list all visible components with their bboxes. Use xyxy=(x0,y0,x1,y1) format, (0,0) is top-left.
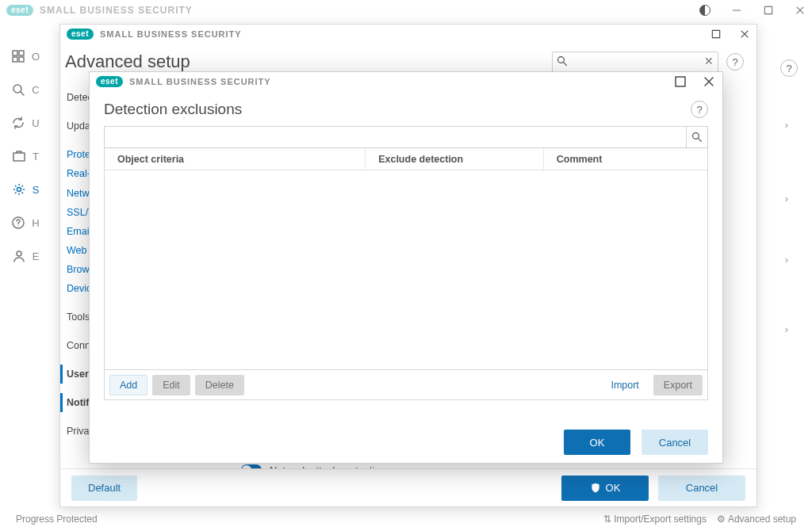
maximize-icon[interactable] xyxy=(710,29,722,40)
sidebar-item[interactable]: C xyxy=(11,82,39,97)
ok-button[interactable]: OK xyxy=(561,476,649,501)
svg-line-9 xyxy=(21,92,24,95)
svg-rect-10 xyxy=(13,153,25,161)
sidebar-item-label: C xyxy=(32,84,39,96)
adv-footer: Default OK Cancel xyxy=(60,468,756,506)
maximize-icon[interactable] xyxy=(763,5,774,16)
logo-pill: eset xyxy=(67,29,94,40)
chevron-right-icon[interactable]: › xyxy=(785,119,788,131)
sidebar-item-label: E xyxy=(33,250,40,262)
sidebar-item[interactable]: H xyxy=(11,216,39,230)
close-icon[interactable] xyxy=(795,5,806,16)
minimize-icon[interactable] xyxy=(731,5,742,16)
grid-rows[interactable] xyxy=(105,170,707,369)
import-button[interactable]: Import xyxy=(601,375,648,395)
add-button[interactable]: Add xyxy=(109,375,147,395)
sidebar-item-label: S xyxy=(33,184,40,196)
main-titlebar: eset SMALL BUSINESS SECURITY xyxy=(0,0,812,21)
col-exclude-detection[interactable]: Exclude detection xyxy=(366,148,544,170)
close-icon[interactable] xyxy=(702,74,716,89)
clear-icon[interactable]: ✕ xyxy=(704,55,714,67)
svg-rect-7 xyxy=(19,57,24,62)
help-icon xyxy=(11,216,25,230)
default-button[interactable]: Default xyxy=(71,476,137,501)
maximize-icon[interactable] xyxy=(673,74,688,89)
grid-header: Object criteria Exclude detection Commen… xyxy=(105,148,707,170)
grid-actions: Add Edit Delete Import Export xyxy=(104,370,708,400)
window-controls xyxy=(699,5,806,16)
sidebar-item-label: O xyxy=(32,51,40,63)
sidebar-item[interactable]: E xyxy=(12,249,40,263)
delete-button: Delete xyxy=(195,375,244,395)
svg-rect-4 xyxy=(13,51,17,55)
user-icon xyxy=(12,249,26,263)
svg-rect-1 xyxy=(764,6,772,13)
search-input[interactable] xyxy=(552,52,718,72)
svg-rect-5 xyxy=(19,51,24,55)
import-export-link[interactable]: ⇅ Import/Export settings xyxy=(603,514,707,525)
ok-button[interactable]: OK xyxy=(564,430,630,455)
svg-point-11 xyxy=(17,188,21,192)
svg-rect-20 xyxy=(676,77,685,86)
exclusions-search xyxy=(104,126,708,148)
adv-titlebar: eset SMALL BUSINESS SECURITY xyxy=(60,25,756,44)
product-name: SMALL BUSINESS SECURITY xyxy=(129,77,271,86)
edit-button: Edit xyxy=(152,375,190,395)
help-icon[interactable]: ? xyxy=(726,53,744,71)
svg-line-24 xyxy=(699,139,702,142)
sidebar-item[interactable]: O xyxy=(11,49,40,63)
sidebar-item[interactable]: T xyxy=(12,149,39,163)
chevron-right-icon[interactable]: › xyxy=(785,193,788,204)
tools-icon xyxy=(12,149,26,163)
dlg-header: Detection exclusions ? xyxy=(90,91,722,126)
status-text: Progress Protected xyxy=(16,514,98,525)
exclusions-grid: Object criteria Exclude detection Commen… xyxy=(104,148,708,370)
logo-pill: eset xyxy=(96,76,123,87)
chevron-right-icon[interactable]: › xyxy=(785,254,788,266)
product-name: SMALL BUSINESS SECURITY xyxy=(40,5,193,16)
help-icon[interactable]: ? xyxy=(780,59,798,77)
cancel-button[interactable]: Cancel xyxy=(658,476,745,501)
svg-point-13 xyxy=(18,225,19,226)
sidebar-item-label: H xyxy=(32,217,39,229)
search-button[interactable] xyxy=(686,126,708,148)
contrast-icon[interactable] xyxy=(699,5,710,16)
dialog-title: Detection exclusions xyxy=(104,101,691,118)
sidebar-item[interactable]: S xyxy=(12,182,40,197)
logo-pill: eset xyxy=(6,5,33,16)
advanced-setup-link[interactable]: ⚙ Advanced setup xyxy=(717,514,796,525)
cancel-button[interactable]: Cancel xyxy=(642,430,708,455)
update-icon xyxy=(11,116,25,130)
dlg-body: Object criteria Exclude detection Commen… xyxy=(90,126,722,400)
help-icon[interactable]: ? xyxy=(691,101,708,118)
export-button: Export xyxy=(653,375,703,395)
svg-rect-15 xyxy=(712,30,719,37)
svg-point-14 xyxy=(17,251,21,256)
sidebar-item-label: U xyxy=(32,117,39,129)
svg-rect-6 xyxy=(13,57,17,62)
close-icon[interactable] xyxy=(739,29,750,40)
col-object-criteria[interactable]: Object criteria xyxy=(105,148,366,170)
sidebar-item[interactable]: U xyxy=(11,116,39,130)
adv-search: ✕ xyxy=(552,52,718,72)
sidebar-item-label: T xyxy=(33,151,39,162)
window-controls xyxy=(710,29,750,40)
dlg-titlebar: eset SMALL BUSINESS SECURITY xyxy=(90,72,722,91)
dlg-footer: OK Cancel xyxy=(90,422,722,463)
search-icon xyxy=(557,55,568,67)
gear-icon xyxy=(12,182,26,197)
svg-line-19 xyxy=(564,63,567,66)
search-icon xyxy=(11,82,25,97)
page-title: Advanced setup xyxy=(65,52,544,72)
main-sidebar: O C U T S H E xyxy=(0,44,51,488)
detection-exclusions-dialog: eset SMALL BUSINESS SECURITY Detection e… xyxy=(89,71,723,464)
search-icon xyxy=(691,132,703,143)
product-name: SMALL BUSINESS SECURITY xyxy=(100,29,242,39)
shield-icon xyxy=(590,483,601,494)
chevron-right-icon[interactable]: › xyxy=(785,323,788,335)
col-comment[interactable]: Comment xyxy=(544,148,707,170)
dashboard-icon xyxy=(11,49,25,63)
footer-links: ⇅ Import/Export settings ⚙ Advanced setu… xyxy=(603,514,796,525)
search-input[interactable] xyxy=(104,126,686,148)
